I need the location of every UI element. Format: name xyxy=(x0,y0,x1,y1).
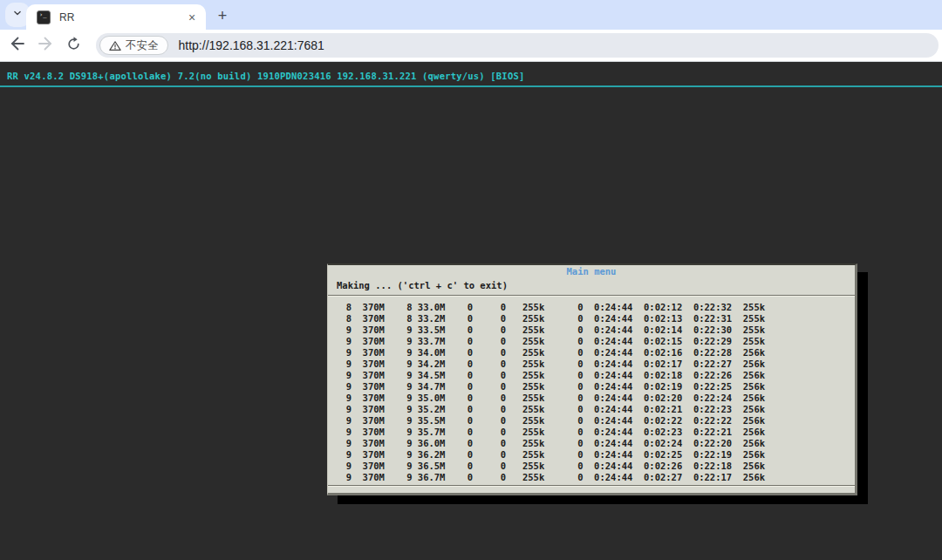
new-tab-button[interactable]: + xyxy=(213,6,232,25)
progress-row: 8 370M 8 33.2M 0 0 255k 0 0:24:44 0:02:1… xyxy=(335,313,855,324)
reload-button[interactable] xyxy=(63,35,84,56)
dialog-title: Main menu xyxy=(328,265,855,277)
progress-row: 9 370M 9 36.0M 0 0 255k 0 0:24:44 0:02:2… xyxy=(335,438,855,449)
progress-row: 8 370M 8 33.0M 0 0 255k 0 0:24:44 0:02:1… xyxy=(335,302,855,313)
back-button[interactable] xyxy=(7,35,28,56)
chevron-down-icon xyxy=(11,7,24,23)
arrow-left-icon xyxy=(9,35,26,56)
progress-row: 9 370M 9 36.2M 0 0 255k 0 0:24:44 0:02:2… xyxy=(335,449,855,461)
progress-row: 9 370M 9 34.5M 0 0 255k 0 0:24:44 0:02:1… xyxy=(335,370,855,381)
address-bar[interactable]: 不安全 http://192.168.31.221:7681 xyxy=(96,33,939,58)
terminal-page[interactable]: RR v24.8.2 DS918+(apollolake) 7.2(no bui… xyxy=(0,62,942,560)
dialog-message: Making ... ('ctrl + c' to exit) xyxy=(328,277,855,295)
progress-row: 9 370M 9 35.7M 0 0 255k 0 0:24:44 0:02:2… xyxy=(335,427,855,438)
progress-row: 9 370M 9 35.0M 0 0 255k 0 0:24:44 0:02:2… xyxy=(335,393,855,404)
progress-row: 9 370M 9 36.5M 0 0 255k 0 0:24:44 0:02:2… xyxy=(335,461,855,472)
dialog-footer xyxy=(328,486,855,493)
url-text: http://192.168.31.221:7681 xyxy=(179,38,324,52)
progress-row: 9 370M 9 33.7M 0 0 255k 0 0:24:44 0:02:1… xyxy=(335,336,855,347)
reload-icon xyxy=(65,36,82,56)
security-label: 不安全 xyxy=(126,38,159,53)
warning-triangle-icon xyxy=(109,40,121,51)
progress-row: 9 370M 9 33.5M 0 0 255k 0 0:24:44 0:02:1… xyxy=(335,324,855,336)
tab-close-icon[interactable]: × xyxy=(185,10,199,24)
terminal-status-line: RR v24.8.2 DS918+(apollolake) 7.2(no bui… xyxy=(0,62,942,81)
progress-row: 9 370M 9 36.7M 0 0 255k 0 0:24:44 0:02:2… xyxy=(335,472,855,483)
security-chip[interactable]: 不安全 xyxy=(99,36,168,55)
main-menu-dialog: Main menu Making ... ('ctrl + c' to exit… xyxy=(327,263,857,495)
arrow-right-icon xyxy=(37,35,54,56)
tab-title: RR xyxy=(59,11,185,24)
browser-toolbar: 不安全 http://192.168.31.221:7681 xyxy=(0,30,942,62)
terminal-favicon-icon: ›_ xyxy=(37,10,51,24)
terminal-status-rule xyxy=(0,85,942,87)
progress-row: 9 370M 9 34.7M 0 0 255k 0 0:24:44 0:02:1… xyxy=(335,381,855,393)
progress-row: 9 370M 9 35.2M 0 0 255k 0 0:24:44 0:02:2… xyxy=(335,404,855,415)
tab-strip: ›_ RR × + xyxy=(0,0,942,30)
progress-row: 9 370M 9 34.2M 0 0 255k 0 0:24:44 0:02:1… xyxy=(335,359,855,370)
progress-row: 9 370M 9 34.0M 0 0 255k 0 0:24:44 0:02:1… xyxy=(335,347,855,359)
forward-button[interactable] xyxy=(35,35,56,56)
browser-tab-rr[interactable]: ›_ RR × xyxy=(26,4,206,30)
progress-row: 9 370M 9 35.5M 0 0 255k 0 0:24:44 0:02:2… xyxy=(335,415,855,427)
progress-output: 8 370M 8 33.0M 0 0 255k 0 0:24:44 0:02:1… xyxy=(328,296,855,485)
